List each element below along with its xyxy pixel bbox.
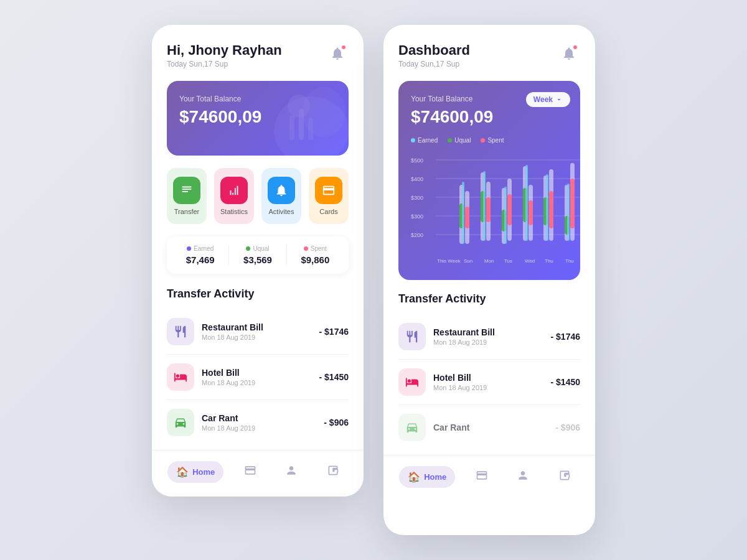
activity-amount: - $906 [555,422,580,432]
svg-rect-47 [546,174,548,241]
earned-legend-dot [411,138,415,142]
chevron-down-icon [555,96,563,103]
activity-item[interactable]: Hotel Bill Mon 18 Aug 2019 - $1450 [398,360,580,405]
earned-legend-label: Earned [418,137,438,144]
cards-nav-icon [244,464,256,479]
svg-text:Mon: Mon [484,258,494,264]
balance-card-2: Your Total Balance $74600,09 Week Earned [398,81,580,280]
nav-home[interactable]: 🏠 Home [167,461,223,483]
spent-legend-dot [481,138,485,142]
activity-date: Mon 18 Aug 2019 [202,334,319,341]
nav-wallet[interactable] [318,459,348,484]
transfer-button[interactable]: Transfer [167,168,207,224]
activity-amount: - $1450 [319,372,349,382]
nav-home-2[interactable]: 🏠 Home [399,466,455,488]
notification-bell[interactable] [326,42,349,65]
nav-profile[interactable] [276,459,306,484]
legend-earned: Earned [411,137,438,144]
svg-rect-4 [299,109,304,140]
earned-value: $7,469 [172,254,228,265]
svg-rect-42 [525,165,528,241]
uqual-legend-label: Uqual [454,137,471,144]
svg-rect-3 [289,115,294,140]
activity-item[interactable]: Restaurant Bill Mon 18 Aug 2019 - $1746 [167,309,349,355]
svg-rect-26 [465,207,469,228]
activity-item[interactable]: Car Rant Mon 18 Aug 2019 - $906 [167,400,349,445]
earned-label: Earned [194,245,214,252]
cards-button[interactable]: Cards [309,168,349,224]
home-icon-2: 🏠 [408,471,420,483]
statistics-label: Statistics [220,208,248,215]
statistics-button[interactable]: Statistics [214,168,254,224]
activity-list-2: Restaurant Bill Mon 18 Aug 2019 - $1746 … [398,314,580,450]
nav-wallet-2[interactable] [550,464,580,489]
car-icon [167,409,194,436]
transfer-icon [173,177,200,204]
restaurant-icon [167,318,194,345]
svg-rect-41 [529,200,533,225]
legend-uqual: Uqual [448,137,471,144]
activity-date: Mon 18 Aug 2019 [202,424,324,432]
nav-profile-2[interactable] [508,464,538,489]
svg-rect-36 [507,194,512,225]
week-dropdown[interactable]: Week [526,92,570,107]
nav-home-label: Home [192,467,215,477]
activity-section-title-2: Transfer Activity [398,292,580,306]
header-1: Hi, Jhony Rayhan Today Sun,17 Sup [167,42,349,68]
balance-illustration [255,81,349,156]
activity-item[interactable]: Hotel Bill Mon 18 Aug 2019 - $1450 [167,355,349,400]
cards-label: Cards [319,208,337,215]
legend-spent: Spent [481,137,504,144]
hotel-icon [167,363,194,391]
activity-name: Car Rant [433,422,555,432]
home-icon: 🏠 [176,466,189,478]
bottom-nav-1: 🏠 Home [152,450,364,497]
svg-rect-31 [486,197,491,222]
spent-value: $9,860 [287,254,344,265]
balance-label-2: Your Total Balance [411,95,493,103]
hotel-icon-2 [398,368,426,396]
notification-dot-2 [573,45,578,50]
stat-spent: Spent $9,860 [286,245,344,265]
activity-item[interactable]: Restaurant Bill Mon 18 Aug 2019 - $1746 [398,314,580,360]
wallet-icon [327,464,339,479]
activity-amount: - $906 [324,418,349,427]
spent-legend-label: Spent [487,137,504,144]
svg-text:$200: $200 [411,232,423,238]
bottom-nav-2: 🏠 Home [383,455,595,502]
activity-name: Hotel Bill [433,373,551,383]
greeting-title: Hi, Jhony Rayhan [167,42,282,58]
svg-rect-51 [570,179,575,228]
svg-text:Sun: Sun [464,258,472,264]
cards-icon [315,177,342,204]
uqual-dot [246,246,250,251]
date-subtitle: Today Sun,17 Sup [167,60,282,68]
svg-text:$500: $500 [411,157,423,164]
activity-section-title-1: Transfer Activity [167,287,349,301]
uqual-value: $3,569 [229,254,286,265]
activity-name: Hotel Bill [202,368,319,378]
svg-rect-27 [462,182,464,244]
activity-date: Mon 18 Aug 2019 [202,379,319,386]
svg-text:$300: $300 [411,213,423,220]
dashboard-title: Dashboard [398,42,470,58]
uqual-legend-dot [448,138,452,142]
notification-bell-2[interactable] [558,42,580,65]
activity-date: Mon 18 Aug 2019 [433,338,551,346]
spent-dot [304,246,308,251]
svg-text:$300: $300 [411,195,423,201]
statistics-icon [220,177,248,204]
svg-text:Wed: Wed [525,258,535,264]
stats-row-1: Earned $7,469 Uqual $3,569 Spent [167,236,349,274]
header-2: Dashboard Today Sun,17 Sup [398,42,580,68]
nav-home-label-2: Home [424,472,446,482]
nav-cards[interactable] [235,459,265,484]
activity-name: Restaurant Bill [202,322,319,332]
nav-cards-2[interactable] [467,464,497,489]
dashboard-date: Today Sun,17 Sup [398,60,470,68]
activity-list-1: Restaurant Bill Mon 18 Aug 2019 - $1746 … [167,309,349,445]
activity-item[interactable]: Car Rant - $906 [398,405,580,450]
earned-dot [187,246,191,251]
activities-button[interactable]: Activites [261,168,301,224]
spent-label: Spent [311,245,327,252]
